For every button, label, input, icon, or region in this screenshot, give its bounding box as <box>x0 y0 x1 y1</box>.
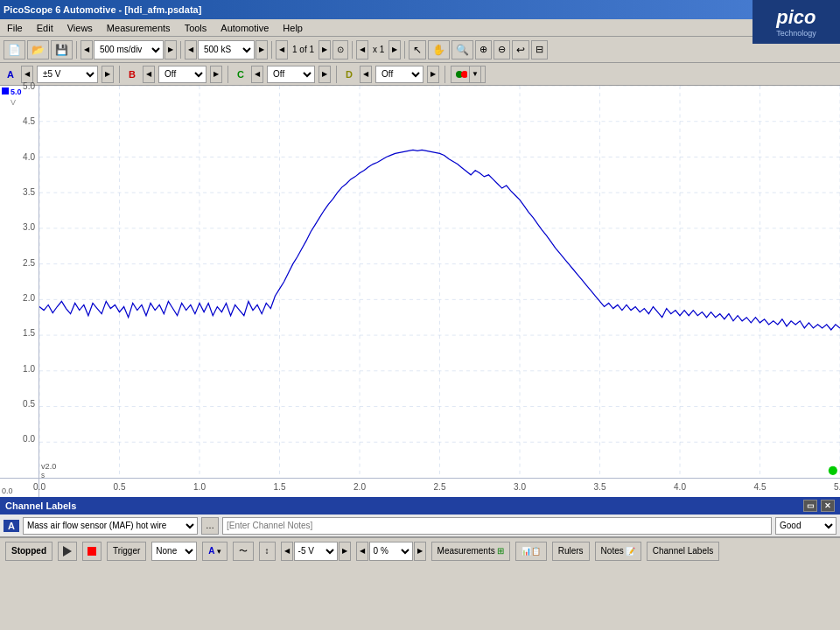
menu-automotive[interactable]: Automotive <box>214 21 276 35</box>
measurements-btn[interactable]: Measurements ⊞ <box>431 542 510 561</box>
undo-btn[interactable]: ↩ <box>512 40 529 60</box>
y-label-25: 2.5 <box>23 257 35 267</box>
channel-note-badge: A <box>4 520 19 532</box>
channel-labels-btn[interactable]: Channel Labels <box>647 542 720 561</box>
y-label-15: 1.5 <box>23 328 35 338</box>
zoom-prev[interactable]: ◀ <box>356 40 368 60</box>
open-btn[interactable]: 📂 <box>27 40 49 60</box>
play-icon <box>63 546 72 556</box>
record-icon <box>455 68 467 80</box>
ch-a-range[interactable]: ±5 V ±2 V ±1 V <box>37 66 98 83</box>
channel-trigger-select[interactable]: A ▾ <box>202 542 227 561</box>
ch-d-prev[interactable]: ◀ <box>360 66 372 83</box>
menu-measurements[interactable]: Measurements <box>100 21 178 35</box>
x-label-40: 4.0 <box>674 482 686 492</box>
percent-select[interactable]: 0 % 50 % <box>369 542 413 561</box>
x-label-15: 1.5 <box>274 482 286 492</box>
x-label-0: 0.0 <box>33 482 46 492</box>
ch-c-prev[interactable]: ◀ <box>251 66 263 83</box>
menu-tools[interactable]: Tools <box>178 21 214 35</box>
zoom-in2-btn[interactable]: ⊕ <box>475 40 492 60</box>
up-down-btn[interactable]: ↕ <box>259 542 276 561</box>
record-button[interactable]: ▼ <box>451 66 486 83</box>
ch-unit-label: V <box>10 98 16 107</box>
samples-next[interactable]: ▶ <box>256 40 268 60</box>
timebase-prev[interactable]: ◀ <box>80 40 93 60</box>
autofit-btn[interactable]: ⊟ <box>531 40 548 60</box>
sep5 <box>404 41 405 59</box>
menu-help[interactable]: Help <box>276 21 310 35</box>
ch-c-range[interactable]: Off ±5 V <box>267 66 315 83</box>
capture-next[interactable]: ▶ <box>318 40 331 60</box>
zoom-in-btn[interactable]: 🔍 <box>452 40 473 60</box>
ch-b-next[interactable]: ▶ <box>210 66 222 83</box>
notes-icon: 📝 <box>626 547 635 556</box>
channel-a-label: A <box>4 69 18 80</box>
x-label-45: 4.5 <box>754 482 766 492</box>
voltage-nav: ◀ -5 V 0 V 5 V ▶ <box>281 542 351 561</box>
svg-point-1 <box>461 71 467 78</box>
notes-label: Notes <box>601 546 624 556</box>
ch-d-range[interactable]: Off ±5 V <box>375 66 424 83</box>
ch-d-next[interactable]: ▶ <box>427 66 439 83</box>
capture-stop-btn[interactable]: ⊙ <box>332 40 348 60</box>
channel-labels-bar: Channel Labels ▭ ✕ <box>0 497 840 514</box>
samples-prev[interactable]: ◀ <box>185 40 197 60</box>
y-label-20: 2.0 <box>23 292 35 302</box>
voltage-select[interactable]: -5 V 0 V 5 V <box>294 542 338 561</box>
sep1 <box>76 41 77 59</box>
new-file-btn[interactable]: 📄 <box>4 40 25 60</box>
zoom-next[interactable]: ▶ <box>388 40 401 60</box>
sep2 <box>180 41 181 59</box>
ch-c-next[interactable]: ▶ <box>318 66 331 83</box>
ch-a-prev[interactable]: ◀ <box>21 66 33 83</box>
ch-sep1 <box>119 66 120 83</box>
sensor-menu-btn[interactable]: … <box>201 517 219 535</box>
capture-prev[interactable]: ◀ <box>276 40 288 60</box>
channel-notes-input[interactable] <box>222 517 772 535</box>
channel-labels-close[interactable]: ✕ <box>821 500 835 512</box>
x-label-10: 1.0 <box>193 482 206 492</box>
ch-b-range[interactable]: Off ±5 V <box>158 66 206 83</box>
record-arrow[interactable]: ▼ <box>469 66 481 83</box>
save-btn[interactable]: 💾 <box>51 40 73 60</box>
channel-sensor-select[interactable]: Mass air flow sensor (MAF) hot wire Thro… <box>23 517 198 535</box>
quality-select[interactable]: Good Bad Marginal <box>775 517 836 535</box>
percent-next[interactable]: ▶ <box>414 542 426 561</box>
y-label-05: 0.5 <box>23 398 35 408</box>
ch-b-prev[interactable]: ◀ <box>143 66 155 83</box>
play-button[interactable] <box>58 542 77 561</box>
stopped-status: Stopped <box>5 542 52 561</box>
zoom-out-btn[interactable]: ⊖ <box>494 40 510 60</box>
menu-views[interactable]: Views <box>60 21 100 35</box>
menu-edit[interactable]: Edit <box>30 21 60 35</box>
meas-icons[interactable]: 📊📋 <box>515 542 547 561</box>
waveform-btn[interactable]: 〜 <box>233 542 254 561</box>
samples-select[interactable]: 500 kS <box>198 40 255 60</box>
oscilloscope-chart: v2.0 s <box>39 86 840 478</box>
percent-nav: ◀ 0 % 50 % ▶ <box>356 542 426 561</box>
notes-btn[interactable]: Notes 📝 <box>595 542 641 561</box>
menu-file[interactable]: File <box>0 21 30 35</box>
percent-prev[interactable]: ◀ <box>356 542 368 561</box>
trigger-select[interactable]: None Rising Falling <box>151 542 197 561</box>
zoom-group: ◀ x 1 ▶ <box>356 40 401 60</box>
timebase-next[interactable]: ▶ <box>164 40 177 60</box>
x-label-50: 5.0 <box>834 482 840 492</box>
channel-labels-label: Channel Labels <box>653 546 714 556</box>
zoom-level: x 1 <box>369 45 388 54</box>
cursor-btn[interactable]: ↖ <box>409 40 426 60</box>
rulers-label: Rulers <box>558 546 584 556</box>
channel-labels-restore[interactable]: ▭ <box>803 500 817 512</box>
samples-group: ◀ 500 kS ▶ <box>185 40 268 60</box>
capture-group: ◀ 1 of 1 ▶ <box>276 40 331 60</box>
stop-button[interactable] <box>82 542 102 561</box>
hand-btn[interactable]: ✋ <box>428 40 450 60</box>
voltage-next[interactable]: ▶ <box>339 542 351 561</box>
ch-a-next[interactable]: ▶ <box>102 66 114 83</box>
voltage-prev[interactable]: ◀ <box>281 542 293 561</box>
rulers-btn[interactable]: Rulers <box>552 542 590 561</box>
x-label-20: 2.0 <box>354 482 366 492</box>
window-title: PicoScope 6 Automotive - [hdi_afm.psdata… <box>4 4 201 15</box>
timebase-select[interactable]: 500 ms/div <box>94 40 164 60</box>
